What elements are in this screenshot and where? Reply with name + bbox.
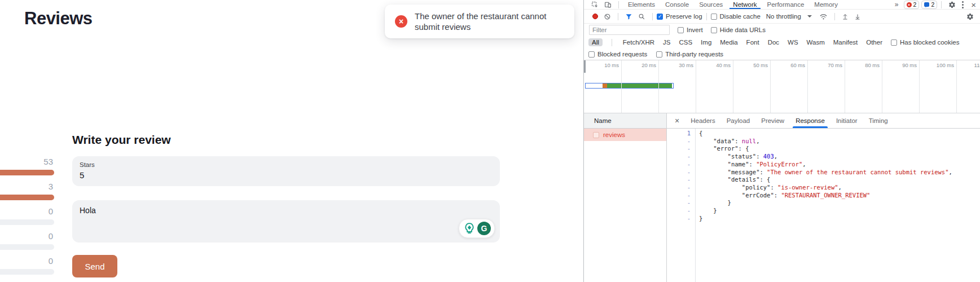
timeline-tick-label: 20 ms [641,62,658,68]
type-filter-media[interactable]: Media [718,38,739,46]
inspect-element-icon[interactable] [588,1,601,8]
devtools-tab-bar: ElementsConsoleSourcesNetworkPerformance… [584,0,980,10]
filter-input[interactable] [589,25,670,35]
grammarly-suggestion-icon[interactable] [463,222,476,235]
fold-marker[interactable]: - [667,153,691,161]
invert-checkbox[interactable] [678,27,684,33]
preserve-log-checkbox[interactable] [657,14,663,20]
console-errors-badge[interactable]: × 2 [904,1,920,9]
tab-performance[interactable]: Performance [762,0,810,9]
fold-marker[interactable]: - [667,169,691,177]
filter-funnel-icon[interactable] [622,13,635,20]
fold-marker[interactable]: - [667,138,691,146]
grammarly-widget[interactable]: G [459,219,495,238]
issues-badge[interactable]: 2 [921,1,937,9]
type-filter-font[interactable]: Font [745,38,761,46]
review-textarea[interactable]: Hola G [72,200,500,243]
timeline[interactable]: 10 ms20 ms30 ms40 ms50 ms60 ms70 ms80 ms… [584,60,980,113]
fold-marker[interactable]: - [667,176,691,184]
type-filter-js[interactable]: JS [661,38,672,46]
clear-network-log-icon[interactable] [601,13,614,20]
requests-body: reviews 1----------- { "data": null, "er… [584,129,980,282]
type-filter-wasm[interactable]: Wasm [805,38,827,46]
stars-label: Stars [80,161,493,168]
rating-count: 0 [0,206,54,217]
type-filter-fetchxhr[interactable]: Fetch/XHR [621,38,656,46]
devtools-settings-gear-icon[interactable] [946,1,959,8]
send-button[interactable]: Send [72,255,117,277]
fold-marker[interactable]: - [667,161,691,169]
type-filter-all[interactable]: All [588,38,603,46]
record-network-log-button[interactable] [590,14,601,19]
line-number: 1 [667,130,691,138]
fold-marker[interactable]: - [667,192,691,200]
disable-cache-checkbox[interactable] [711,14,717,20]
blocked-requests-checkbox[interactable] [588,51,595,58]
timeline-gridline [621,60,622,113]
detail-tab-headers[interactable]: Headers [685,113,720,128]
disable-cache-group: Disable cache [711,13,761,20]
blocked-requests-group: Blocked requests [588,51,647,58]
rating-count: 0 [0,231,54,241]
export-har-icon[interactable] [851,13,864,20]
more-tabs-button[interactable]: » [892,1,902,8]
stars-select-field[interactable]: Stars 5 [72,156,500,186]
fold-marker[interactable]: - [667,207,691,215]
tab-sources[interactable]: Sources [694,0,728,9]
search-icon[interactable] [635,13,648,20]
detail-tab-initiator[interactable]: Initiator [830,113,863,128]
tab-elements[interactable]: Elements [623,0,660,9]
tab-console[interactable]: Console [660,0,694,9]
has-blocked-cookies-checkbox[interactable] [891,39,897,46]
throttling-select[interactable]: No throttling [766,13,812,20]
name-column-header[interactable]: Name [584,113,667,129]
devtools-menu-kebab-icon[interactable] [959,1,967,8]
fold-marker[interactable]: - [667,184,691,192]
type-filter-img[interactable]: Img [699,38,713,46]
waterfall-connecting-segment [603,83,607,88]
type-filter-css[interactable]: CSS [677,38,694,46]
device-toolbar-icon[interactable] [601,1,614,8]
grammarly-logo-icon[interactable]: G [477,222,491,235]
detail-tab-timing[interactable]: Timing [863,113,894,128]
fold-marker[interactable]: - [667,199,691,207]
page-title: Reviews [24,8,93,29]
tab-network[interactable]: Network [728,0,762,9]
network-conditions-icon[interactable] [816,13,830,20]
close-detail-pane-icon[interactable]: × [667,116,685,125]
type-filter-ws[interactable]: WS [786,38,800,46]
hide-data-urls-checkbox[interactable] [711,27,717,33]
devtools-close-icon[interactable]: × [967,0,980,10]
timeline-gridline [696,60,696,113]
fold-marker[interactable]: - [667,215,691,223]
tab-memory[interactable]: Memory [809,0,843,9]
devtools-main-tabs: ElementsConsoleSourcesNetworkPerformance… [623,0,892,9]
detail-tab-preview[interactable]: Preview [755,113,790,128]
import-har-icon[interactable] [839,13,851,20]
response-gutter: 1----------- [667,129,696,282]
preserve-log-label: Preserve log [666,13,702,20]
stars-value: 5 [80,170,493,180]
disable-cache-label: Disable cache [720,13,761,20]
network-toolbar: Preserve log Disable cache No throttling [584,10,980,24]
detail-tabs-bar: × HeadersPayloadPreviewResponseInitiator… [667,113,980,129]
detail-tab-payload[interactable]: Payload [721,113,756,128]
network-settings-gear-icon[interactable] [964,13,977,20]
fold-marker[interactable]: - [667,145,691,153]
request-row[interactable]: reviews [584,129,666,141]
separator [652,13,653,20]
code-line: "error": { [699,145,952,153]
request-row-checkbox[interactable] [593,132,599,138]
rating-bar [0,170,54,175]
request-waterfall-bar[interactable] [585,83,674,89]
ratings-distribution: 533000 [0,157,54,281]
type-filter-manifest[interactable]: Manifest [832,38,859,46]
timeline-gridline [733,60,733,113]
code-line: } [699,215,952,223]
third-party-requests-checkbox[interactable] [656,51,662,58]
separator [941,1,942,8]
type-filter-other[interactable]: Other [864,38,884,46]
type-filter-doc[interactable]: Doc [766,38,781,46]
detail-tab-response[interactable]: Response [790,113,830,128]
rating-row: 53 [0,157,54,182]
